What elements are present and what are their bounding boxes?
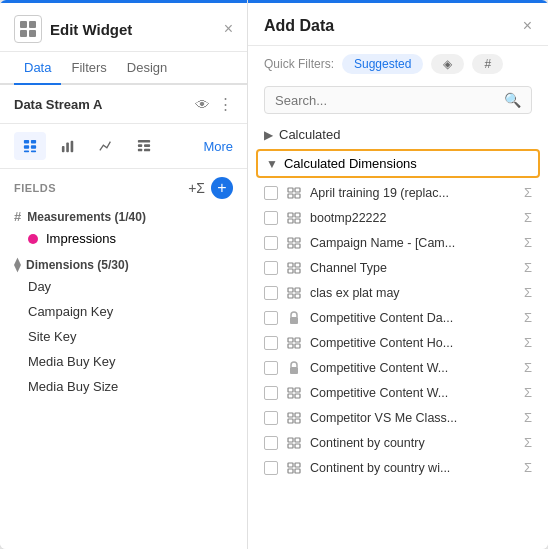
svg-rect-12 <box>138 149 142 152</box>
data-list-item[interactable]: bootmp22222Σ <box>248 205 548 230</box>
left-panel-title: Edit Widget <box>50 21 132 38</box>
tab-filters[interactable]: Filters <box>61 52 116 85</box>
item-sigma-icon: Σ <box>524 285 532 300</box>
item-type-icon <box>286 361 302 375</box>
svg-rect-41 <box>295 388 300 392</box>
data-list-item[interactable]: clas ex plat mayΣ <box>248 280 548 305</box>
data-list-item[interactable]: Continent by countryΣ <box>248 430 548 455</box>
qf-chip-hash[interactable]: # <box>472 54 503 74</box>
data-list-item[interactable]: Competitive Content W...Σ <box>248 380 548 405</box>
svg-rect-46 <box>288 419 293 423</box>
item-sigma-icon: Σ <box>524 260 532 275</box>
item-checkbox[interactable] <box>264 361 278 375</box>
chart-btn-pivot[interactable] <box>128 132 160 160</box>
more-options-icon[interactable]: ⋮ <box>218 95 233 113</box>
item-type-icon <box>286 411 302 425</box>
add-field-button[interactable]: + <box>211 177 233 199</box>
fields-actions: +Σ + <box>188 177 233 199</box>
svg-rect-25 <box>295 244 300 248</box>
dimension-item-media-buy-size[interactable]: Media Buy Size <box>0 374 247 399</box>
svg-rect-7 <box>66 143 69 153</box>
fields-header: FIELDS +Σ + <box>0 169 247 203</box>
item-name: Continent by country wi... <box>310 461 516 475</box>
item-checkbox[interactable] <box>264 461 278 475</box>
fields-label: FIELDS <box>14 182 56 194</box>
svg-rect-22 <box>288 238 293 242</box>
item-checkbox[interactable] <box>264 186 278 200</box>
item-checkbox[interactable] <box>264 236 278 250</box>
item-checkbox[interactable] <box>264 261 278 275</box>
item-checkbox[interactable] <box>264 386 278 400</box>
data-list-item[interactable]: Competitive Content Ho...Σ <box>248 330 548 355</box>
svg-rect-43 <box>295 394 300 398</box>
dimension-item-site-key[interactable]: Site Key <box>0 324 247 349</box>
svg-rect-14 <box>288 188 293 192</box>
right-close-button[interactable]: × <box>523 17 532 35</box>
item-type-icon <box>286 461 302 475</box>
calculated-dimensions-chevron: ▼ <box>266 157 278 171</box>
fields-section: FIELDS +Σ + # Measurements (1/40) Impres… <box>0 169 247 549</box>
eye-icon[interactable]: 👁 <box>195 96 210 113</box>
dimension-item-media-buy-key[interactable]: Media Buy Key <box>0 349 247 374</box>
dimension-item-campaign-key[interactable]: Campaign Key <box>0 299 247 324</box>
svg-rect-49 <box>295 438 300 442</box>
tab-data[interactable]: Data <box>14 52 61 85</box>
quick-filters-row: Quick Filters: Suggested ◈ # <box>248 46 548 82</box>
left-tabs: Data Filters Design <box>0 52 247 85</box>
calculated-label: Calculated <box>279 127 340 142</box>
left-close-button[interactable]: × <box>224 21 233 37</box>
item-checkbox[interactable] <box>264 311 278 325</box>
svg-rect-54 <box>288 469 293 473</box>
item-checkbox[interactable] <box>264 411 278 425</box>
svg-rect-16 <box>288 194 293 198</box>
data-list-item[interactable]: Continent by country wi...Σ <box>248 455 548 480</box>
right-panel: Add Data × Quick Filters: Suggested ◈ # … <box>248 0 548 549</box>
item-name: clas ex plat may <box>310 286 516 300</box>
item-sigma-icon: Σ <box>524 185 532 200</box>
data-list-item[interactable]: Competitor VS Me Class...Σ <box>248 405 548 430</box>
item-name: Competitor VS Me Class... <box>310 411 516 425</box>
dimension-item-day[interactable]: Day <box>0 274 247 299</box>
chart-btn-table[interactable] <box>14 132 46 160</box>
svg-rect-40 <box>288 388 293 392</box>
qf-chip-special[interactable]: ◈ <box>431 54 464 74</box>
calculated-category[interactable]: ▶ Calculated <box>248 122 548 147</box>
svg-rect-5 <box>31 150 36 152</box>
svg-rect-0 <box>24 140 29 144</box>
item-type-icon <box>286 186 302 200</box>
item-sigma-icon: Σ <box>524 460 532 475</box>
item-type-icon <box>286 336 302 350</box>
data-list-item[interactable]: April training 19 (replac...Σ <box>248 180 548 205</box>
data-list-item[interactable]: Channel TypeΣ <box>248 255 548 280</box>
item-type-icon <box>286 286 302 300</box>
svg-rect-26 <box>288 263 293 267</box>
calculated-dimensions-header[interactable]: ▼ Calculated Dimensions <box>258 151 538 176</box>
left-panel: Edit Widget × Data Filters Design Data S… <box>0 0 248 549</box>
svg-rect-29 <box>295 269 300 273</box>
data-stream-label: Data Stream A <box>14 97 102 112</box>
svg-rect-32 <box>288 294 293 298</box>
measurements-header: # Measurements (1/40) <box>0 203 247 226</box>
svg-rect-36 <box>295 338 300 342</box>
data-list: April training 19 (replac...Σ bootmp2222… <box>248 180 548 549</box>
search-input[interactable] <box>275 93 504 108</box>
chart-btn-bar[interactable] <box>52 132 84 160</box>
more-button[interactable]: More <box>203 139 233 154</box>
qf-chip-suggested[interactable]: Suggested <box>342 54 423 74</box>
item-checkbox[interactable] <box>264 211 278 225</box>
item-checkbox[interactable] <box>264 436 278 450</box>
chart-type-row: More <box>0 124 247 169</box>
tab-design[interactable]: Design <box>117 52 177 85</box>
data-list-item[interactable]: Competitive Content Da...Σ <box>248 305 548 330</box>
item-sigma-icon: Σ <box>524 210 532 225</box>
search-row: 🔍 <box>248 82 548 122</box>
item-checkbox[interactable] <box>264 336 278 350</box>
main-container: Edit Widget × Data Filters Design Data S… <box>0 0 548 549</box>
item-name: Channel Type <box>310 261 516 275</box>
chart-btn-line[interactable] <box>90 132 122 160</box>
data-list-item[interactable]: Campaign Name - [Cam...Σ <box>248 230 548 255</box>
item-checkbox[interactable] <box>264 286 278 300</box>
data-stream-row: Data Stream A 👁 ⋮ <box>0 85 247 124</box>
data-list-item[interactable]: Competitive Content W...Σ <box>248 355 548 380</box>
sigma-button[interactable]: +Σ <box>188 180 205 196</box>
